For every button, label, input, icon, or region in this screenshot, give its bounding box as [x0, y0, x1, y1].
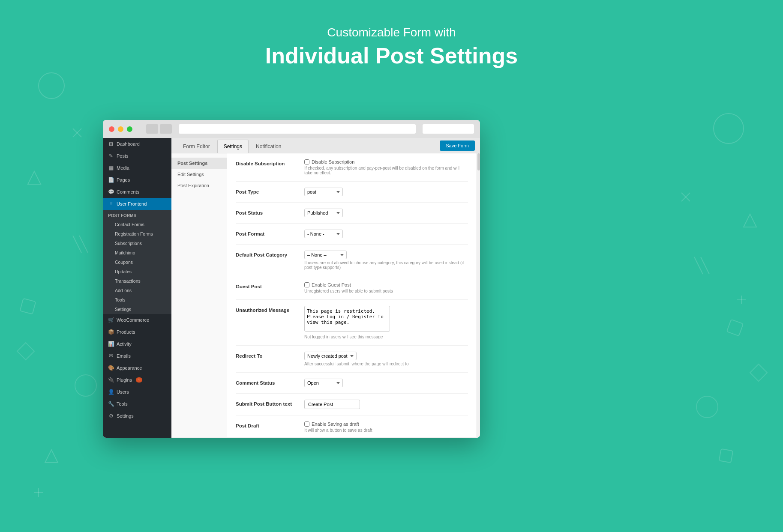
- sidebar-item-dashboard[interactable]: ⊞ Dashboard: [103, 138, 171, 150]
- disable-subscription-checkbox-label: Disable Subscription: [312, 159, 354, 164]
- maximize-button-icon[interactable]: [127, 126, 132, 132]
- setting-control-comment-status: Open Closed: [304, 379, 468, 387]
- setting-row-submit-text: Submit Post Button text: [236, 400, 468, 415]
- setting-row-redirect: Redirect To Newly created post Same page…: [236, 352, 468, 373]
- plugins-icon: 🔌: [108, 377, 114, 383]
- setting-control-post-status: Published Draft Pending: [304, 209, 468, 217]
- svg-point-10: [75, 375, 96, 396]
- browser-forward-btn[interactable]: [160, 124, 172, 134]
- post-forms-header: Post Forms: [103, 210, 171, 220]
- sidebar-item-media[interactable]: ▦ Media: [103, 162, 171, 174]
- setting-row-post-type: Post Type post page: [236, 188, 468, 203]
- svg-rect-13: [719, 449, 733, 463]
- svg-point-11: [696, 396, 718, 418]
- setting-label-redirect: Redirect To: [236, 352, 304, 359]
- post-status-select[interactable]: Published Draft Pending: [304, 209, 343, 217]
- svg-line-6: [73, 236, 81, 253]
- setting-label-post-format: Post Format: [236, 230, 304, 236]
- setting-label-post-status: Post Status: [236, 209, 304, 215]
- emails-icon: ✉: [108, 353, 114, 359]
- redirect-to-select[interactable]: Newly created post Same page Custom URL: [304, 352, 357, 360]
- tab-settings[interactable]: Settings: [217, 140, 249, 153]
- comment-status-select[interactable]: Open Closed: [304, 379, 343, 387]
- setting-row-default-category: Default Post Category – None – Uncategor…: [236, 251, 468, 276]
- comments-icon: 💬: [108, 189, 114, 195]
- sidebar-sub-updates[interactable]: Updates: [103, 267, 171, 276]
- sidebar-item-users[interactable]: 👤 Users: [103, 386, 171, 398]
- sidebar-item-emails[interactable]: ✉ Emails: [103, 350, 171, 362]
- setting-control-disable-subscription: Disable Subscription If checked, any sub…: [304, 159, 468, 175]
- post-draft-desc: It will show a button to save as draft: [304, 428, 468, 433]
- settings-nav-post-settings[interactable]: Post Settings: [171, 158, 227, 169]
- settings-icon: ⚙: [108, 413, 114, 419]
- scroll-thumb[interactable]: [477, 153, 480, 170]
- posts-icon: ✎: [108, 153, 114, 159]
- sidebar-item-woocommerce[interactable]: 🛒 WooCommerce: [103, 314, 171, 326]
- setting-row-post-status: Post Status Published Draft Pending: [236, 209, 468, 224]
- disable-subscription-checkbox[interactable]: [304, 159, 309, 164]
- unauthorized-message-textarea[interactable]: This page is restricted. Please Log in /…: [304, 306, 390, 332]
- svg-marker-12: [45, 450, 58, 463]
- browser-nav-buttons: [146, 124, 172, 134]
- close-button-icon[interactable]: [109, 126, 114, 132]
- sidebar-item-tools[interactable]: 🔧 Tools: [103, 398, 171, 410]
- sidebar-sub-transactions[interactable]: Transactions: [103, 276, 171, 286]
- post-format-select[interactable]: - None - Standard Aside: [304, 230, 343, 238]
- sidebar-sub-registration-forms[interactable]: Registration Forms: [103, 229, 171, 239]
- sidebar-sub-subscriptions[interactable]: Subscriptions: [103, 239, 171, 248]
- redirect-desc: After successfull submit, where the page…: [304, 362, 468, 366]
- sidebar-item-activity[interactable]: 📊 Activity: [103, 338, 171, 350]
- tools-icon: 🔧: [108, 401, 114, 407]
- browser-chrome: [103, 120, 480, 138]
- browser-back-btn[interactable]: [146, 124, 158, 134]
- guest-post-desc: Unregistered users will be able to submi…: [304, 289, 468, 293]
- scroll-indicator[interactable]: [477, 153, 480, 437]
- default-category-select[interactable]: – None – Uncategorized: [304, 251, 347, 259]
- minimize-button-icon[interactable]: [118, 126, 123, 132]
- tab-form-editor[interactable]: Form Editor: [177, 140, 216, 153]
- post-draft-checkbox[interactable]: [304, 421, 309, 427]
- setting-control-unauthorized: This page is restricted. Please Log in /…: [304, 306, 468, 339]
- settings-panel: Post Settings Edit Settings Post Expirat…: [171, 153, 480, 437]
- post-forms-submenu: Post Forms Contact Forms Registration Fo…: [103, 210, 171, 314]
- setting-control-redirect: Newly created post Same page Custom URL …: [304, 352, 468, 366]
- settings-form: Disable Subscription Disable Subscriptio…: [227, 153, 477, 437]
- sidebar-sub-add-ons[interactable]: Add-ons: [103, 286, 171, 295]
- settings-nav-post-expiration[interactable]: Post Expiration: [171, 180, 227, 191]
- plugins-badge: 1: [136, 377, 142, 383]
- sidebar-sub-tools[interactable]: Tools: [103, 295, 171, 305]
- sidebar-item-pages[interactable]: 📄 Pages: [103, 174, 171, 186]
- post-type-select[interactable]: post page: [304, 188, 343, 196]
- tab-notification[interactable]: Notification: [249, 140, 288, 153]
- svg-line-8: [694, 257, 703, 274]
- svg-marker-3: [744, 214, 756, 227]
- browser-search-bar[interactable]: [423, 124, 474, 134]
- setting-label-unauthorized: Unauthorized Message: [236, 306, 304, 313]
- submit-text-input[interactable]: [304, 400, 360, 409]
- sidebar-sub-contact-forms[interactable]: Contact Forms: [103, 220, 171, 229]
- svg-line-9: [701, 257, 709, 274]
- sidebar-item-comments[interactable]: 💬 Comments: [103, 186, 171, 198]
- guest-post-checkbox[interactable]: [304, 282, 309, 287]
- sidebar-item-appearance[interactable]: 🎨 Appearance: [103, 362, 171, 374]
- settings-nav-edit-settings[interactable]: Edit Settings: [171, 169, 227, 180]
- sidebar-sub-settings[interactable]: Settings: [103, 305, 171, 314]
- media-icon: ▦: [108, 165, 114, 171]
- hero-section: Customizable Form with Individual Post S…: [0, 26, 783, 69]
- sidebar-item-posts[interactable]: ✎ Posts: [103, 150, 171, 162]
- sidebar-item-settings[interactable]: ⚙ Settings: [103, 410, 171, 422]
- appearance-icon: 🎨: [108, 365, 114, 371]
- sidebar-sub-mailchimp[interactable]: Mailchimp: [103, 248, 171, 257]
- save-form-button[interactable]: Save Form: [440, 140, 475, 151]
- sidebar-item-products[interactable]: 📦 Products: [103, 326, 171, 338]
- svg-rect-5: [727, 320, 743, 336]
- sidebar-item-plugins[interactable]: 🔌 Plugins 1: [103, 374, 171, 386]
- wp-main-content: Form Editor Settings Notification Save F…: [171, 138, 480, 438]
- browser-url-bar[interactable]: [179, 124, 416, 134]
- dashboard-icon: ⊞: [108, 141, 114, 147]
- svg-marker-23: [17, 343, 34, 360]
- guest-post-checkbox-label: Enable Guest Post: [312, 282, 351, 287]
- sidebar-sub-coupons[interactable]: Coupons: [103, 257, 171, 267]
- sidebar-item-user-frontend[interactable]: ≡ User Frontend: [103, 198, 171, 210]
- svg-line-17: [73, 129, 81, 137]
